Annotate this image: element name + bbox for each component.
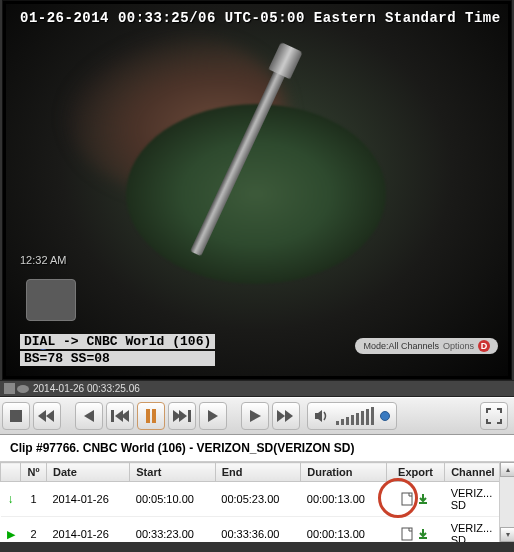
- svg-rect-4: [111, 410, 114, 422]
- svg-rect-11: [188, 410, 191, 422]
- thumbnail-box: [26, 279, 76, 321]
- speaker-icon: [314, 408, 330, 424]
- col-export[interactable]: Export: [386, 463, 444, 482]
- svg-marker-1: [46, 410, 54, 422]
- cell-end: 00:33:36.00: [215, 517, 301, 542]
- down-arrow-icon: ↓: [8, 492, 14, 506]
- export-down-icon[interactable]: [416, 492, 430, 506]
- volume-thumb-icon[interactable]: [380, 411, 390, 421]
- col-duration[interactable]: Duration: [301, 463, 387, 482]
- col-start[interactable]: Start: [130, 463, 216, 482]
- svg-marker-3: [84, 410, 94, 422]
- export-doc-icon[interactable]: [400, 527, 414, 541]
- mode-label: Mode:All Channels: [363, 341, 439, 351]
- cell-start: 00:33:23.00: [130, 517, 216, 542]
- pause-button[interactable]: [137, 402, 165, 430]
- svg-rect-0: [10, 410, 22, 422]
- cell-duration: 00:00:13.00: [301, 517, 387, 542]
- timeline-bar[interactable]: 2014-01-26 00:33:25.06: [0, 380, 514, 397]
- svg-rect-17: [402, 493, 412, 505]
- cell-date: 2014-01-26: [47, 482, 130, 517]
- play-icon: ▶: [7, 528, 15, 540]
- timestamp-overlay: 01-26-2014 00:33:25/06 UTC-05:00 Eastern…: [20, 10, 501, 26]
- svg-rect-18: [419, 502, 427, 504]
- volume-control[interactable]: [307, 402, 397, 430]
- cell-export[interactable]: [386, 517, 444, 542]
- forward-fast-button[interactable]: [272, 402, 300, 430]
- col-date[interactable]: Date: [47, 463, 130, 482]
- mode-badge[interactable]: Mode:All Channels Options D: [355, 338, 498, 354]
- export-doc-icon[interactable]: [400, 492, 414, 506]
- osd-line-1: DIAL -> CNBC World (106): [20, 334, 215, 349]
- cell-date: 2014-01-26: [47, 517, 130, 542]
- options-label: Options: [443, 341, 474, 351]
- cell-num: 2: [21, 517, 47, 542]
- prev-frame-button[interactable]: [75, 402, 103, 430]
- volume-steps: [336, 407, 374, 425]
- clip-table-wrap: Nº Date Start End Duration Export Channe…: [0, 462, 514, 542]
- cell-num: 1: [21, 482, 47, 517]
- d-icon: D: [478, 340, 490, 352]
- osd-line-2: BS=78 SS=08: [20, 351, 215, 366]
- svg-marker-16: [315, 410, 322, 422]
- timeline-timestamp: 2014-01-26 00:33:25.06: [33, 383, 140, 394]
- col-num[interactable]: Nº: [21, 463, 47, 482]
- step-back-button[interactable]: [106, 402, 134, 430]
- col-indicator[interactable]: [1, 463, 21, 482]
- next-frame-button[interactable]: [199, 402, 227, 430]
- svg-marker-10: [179, 410, 187, 422]
- svg-marker-12: [208, 410, 218, 422]
- svg-marker-2: [38, 410, 46, 422]
- cell-export[interactable]: [386, 482, 444, 517]
- clip-table: Nº Date Start End Duration Export Channe…: [0, 462, 514, 542]
- col-end[interactable]: End: [215, 463, 301, 482]
- eye-icon: [17, 385, 29, 393]
- video-preview[interactable]: 01-26-2014 00:33:25/06 UTC-05:00 Eastern…: [2, 0, 512, 380]
- svg-rect-8: [152, 409, 156, 423]
- rewind-fast-button[interactable]: [33, 402, 61, 430]
- transport-controls: [0, 397, 514, 435]
- osd-lines: DIAL -> CNBC World (106) BS=78 SS=08: [20, 334, 215, 366]
- svg-marker-14: [277, 410, 285, 422]
- vertical-scrollbar[interactable]: ▴ ▾: [499, 462, 514, 542]
- svg-rect-19: [402, 528, 412, 540]
- clip-title: Clip #97766. CNBC World (106) - VERIZON_…: [0, 435, 514, 462]
- play-button[interactable]: [241, 402, 269, 430]
- cell-start: 00:05:10.00: [130, 482, 216, 517]
- export-down-icon[interactable]: [416, 527, 430, 541]
- table-row[interactable]: ↓12014-01-2600:05:10.0000:05:23.0000:00:…: [1, 482, 514, 517]
- scroll-up-button[interactable]: ▴: [500, 462, 514, 477]
- table-header-row: Nº Date Start End Duration Export Channe…: [1, 463, 514, 482]
- scroll-down-button[interactable]: ▾: [500, 527, 514, 542]
- svg-marker-13: [250, 410, 261, 422]
- step-forward-button[interactable]: [168, 402, 196, 430]
- clipboard-icon: [4, 383, 15, 394]
- clock-overlay: 12:32 AM: [20, 254, 66, 266]
- svg-rect-20: [419, 537, 427, 539]
- fullscreen-button[interactable]: [480, 402, 508, 430]
- table-row[interactable]: ▶22014-01-2600:33:23.0000:33:36.0000:00:…: [1, 517, 514, 542]
- cell-duration: 00:00:13.00: [301, 482, 387, 517]
- svg-marker-15: [285, 410, 293, 422]
- stop-button[interactable]: [2, 402, 30, 430]
- svg-rect-7: [146, 409, 150, 423]
- video-frame: 01-26-2014 00:33:25/06 UTC-05:00 Eastern…: [6, 4, 508, 376]
- cell-end: 00:05:23.00: [215, 482, 301, 517]
